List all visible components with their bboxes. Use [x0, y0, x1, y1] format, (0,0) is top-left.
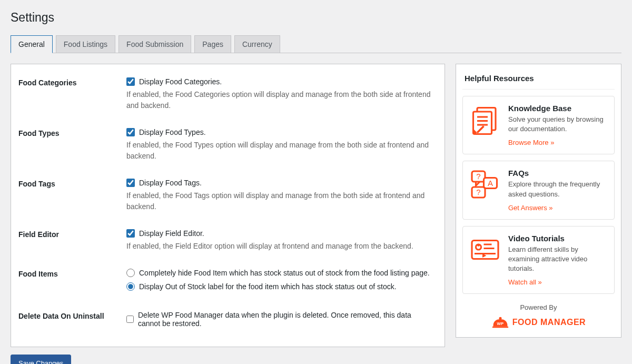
row-delete-data: Delete Data On Uninstall Delete WP Food … — [18, 311, 434, 331]
svg-point-16 — [499, 317, 501, 320]
desc-food-tags: If enabled, the Food Tags option will di… — [126, 190, 434, 212]
label-field-editor: Field Editor — [18, 229, 126, 239]
link-watch-all[interactable]: Watch all » — [508, 278, 542, 286]
radio-label-display-out-of-stock: Display Out of Stock label for the food … — [139, 282, 397, 291]
label-food-items: Food Items — [18, 269, 126, 278]
radio-hide-out-of-stock[interactable] — [126, 269, 135, 277]
tab-pages[interactable]: Pages — [194, 35, 231, 53]
video-icon — [469, 234, 501, 287]
checkbox-wrap-delete-data[interactable]: Delete WP Food Manager data when the plu… — [126, 311, 434, 328]
card-video-tutorials: Video Tutorials Learn different skills b… — [462, 226, 615, 294]
tab-food-submission[interactable]: Food Submission — [118, 35, 191, 53]
checkbox-label-food-types: Display Food Types. — [139, 128, 206, 136]
label-food-tags: Food Tags — [18, 179, 126, 188]
row-food-categories: Food Categories Display Food Categories.… — [18, 77, 434, 111]
tab-currency[interactable]: Currency — [234, 35, 280, 53]
svg-rect-1 — [473, 112, 492, 134]
checkbox-food-categories[interactable] — [126, 77, 135, 86]
radio-wrap-hide-out-of-stock[interactable]: Completely hide Food Item which has stoc… — [126, 269, 434, 277]
sidebar-panel: Helpful Resources Knowledge Base Solve y… — [456, 64, 621, 338]
card-title: Video Tutorials — [508, 234, 608, 243]
card-desc: Learn different skills by examining attr… — [508, 245, 608, 274]
checkbox-wrap-food-types[interactable]: Display Food Types. — [126, 128, 434, 136]
desc-food-types: If enabled, the Food Types option will d… — [126, 140, 434, 162]
radio-label-hide-out-of-stock: Completely hide Food Item which has stoc… — [139, 269, 430, 277]
card-knowledge-base: Knowledge Base Solve your queries by bro… — [462, 96, 615, 154]
label-food-categories: Food Categories — [18, 77, 126, 87]
checkbox-label-food-tags: Display Food Tags. — [139, 179, 202, 187]
svg-text:?: ? — [476, 172, 480, 181]
brand-wp-text: WP — [497, 321, 503, 326]
label-food-types: Food Types — [18, 128, 126, 137]
checkbox-wrap-field-editor[interactable]: Display Field Editor. — [126, 229, 434, 238]
checkbox-label-field-editor: Display Field Editor. — [139, 229, 204, 238]
brand-logo: WP FOOD MANAGER — [491, 316, 586, 329]
card-desc: Solve your queries by browsing our docum… — [508, 115, 608, 134]
row-food-types: Food Types Display Food Types. If enable… — [18, 128, 434, 162]
tabs-nav: General Food Listings Food Submission Pa… — [11, 35, 621, 53]
radio-display-out-of-stock[interactable] — [126, 282, 135, 291]
desc-field-editor: If enabled, the Field Editor option will… — [126, 241, 434, 252]
card-desc: Explore through the frequently asked que… — [508, 180, 608, 199]
checkbox-wrap-food-tags[interactable]: Display Food Tags. — [126, 179, 434, 187]
cloche-icon: WP — [491, 316, 509, 329]
row-field-editor: Field Editor Display Field Editor. If en… — [18, 229, 434, 252]
row-food-tags: Food Tags Display Food Tags. If enabled,… — [18, 179, 434, 212]
save-changes-button[interactable]: Save Changes — [11, 355, 71, 364]
card-faqs: ? A ? FAQs Explore through the frequentl… — [462, 161, 615, 219]
svg-text:?: ? — [476, 188, 480, 196]
svg-text:A: A — [488, 179, 493, 188]
checkbox-wrap-food-categories[interactable]: Display Food Categories. — [126, 77, 434, 86]
checkbox-food-types[interactable] — [126, 128, 135, 136]
card-title: FAQs — [508, 169, 608, 178]
tab-food-listings[interactable]: Food Listings — [56, 35, 115, 53]
page-title: Settings — [11, 11, 621, 25]
link-get-answers[interactable]: Get Answers » — [508, 204, 553, 212]
settings-panel: Food Categories Display Food Categories.… — [11, 64, 445, 347]
faq-icon: ? A ? — [469, 169, 501, 211]
checkbox-delete-data[interactable] — [126, 315, 134, 323]
checkbox-food-tags[interactable] — [126, 179, 135, 187]
desc-food-categories: If enabled, the Food Categories option w… — [126, 89, 434, 111]
tab-general[interactable]: General — [11, 35, 53, 53]
link-browse-more[interactable]: Browse More » — [508, 139, 554, 146]
svg-rect-15 — [492, 327, 509, 328]
card-title: Knowledge Base — [508, 104, 608, 113]
row-food-items: Food Items Completely hide Food Item whi… — [18, 269, 434, 294]
brand-name: FOOD MANAGER — [512, 318, 586, 327]
powered-by: Powered By WP FOOD MANAGER — [462, 303, 615, 331]
svg-point-14 — [477, 244, 480, 247]
checkbox-label-food-categories: Display Food Categories. — [139, 77, 222, 86]
radio-wrap-display-out-of-stock[interactable]: Display Out of Stock label for the food … — [126, 282, 434, 291]
label-delete-data: Delete Data On Uninstall — [18, 311, 126, 320]
sidebar-title: Helpful Resources — [462, 71, 615, 90]
checkbox-field-editor[interactable] — [126, 229, 135, 238]
document-icon — [469, 104, 501, 146]
checkbox-label-delete-data: Delete WP Food Manager data when the plu… — [138, 311, 434, 328]
powered-by-label: Powered By — [462, 303, 615, 311]
